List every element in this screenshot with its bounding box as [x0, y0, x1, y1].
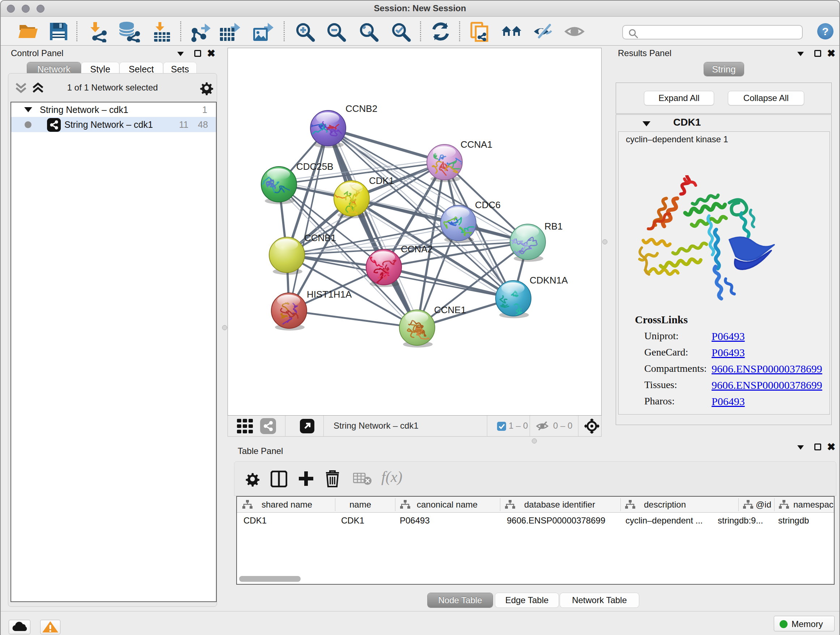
svg-text:RB1: RB1	[545, 221, 563, 232]
svg-text:CDC25B: CDC25B	[296, 161, 333, 172]
svg-text:CCNB1: CCNB1	[304, 233, 336, 243]
svg-text:CCNE1: CCNE1	[434, 304, 466, 315]
svg-text:CCNB2: CCNB2	[346, 103, 377, 114]
svg-text:CDKN1A: CDKN1A	[530, 275, 568, 286]
svg-text:CDK1: CDK1	[369, 175, 394, 186]
svg-text:CCNA1: CCNA1	[461, 139, 493, 150]
svg-text:HIST1H1A: HIST1H1A	[307, 289, 352, 300]
svg-text:CDC6: CDC6	[475, 200, 501, 211]
svg-text:CCNA2: CCNA2	[401, 244, 433, 255]
